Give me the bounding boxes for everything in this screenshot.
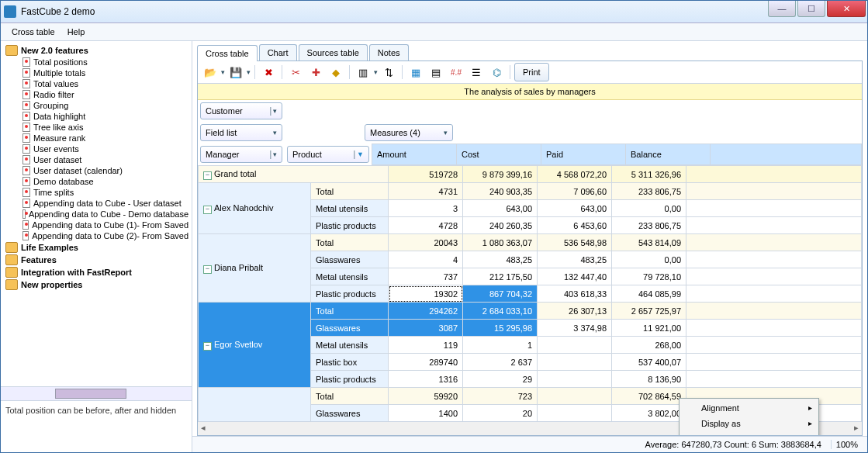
maximize-button[interactable]: ☐ xyxy=(797,1,825,17)
cell[interactable]: 537 400,07 xyxy=(612,354,686,371)
data-grid[interactable]: −Grand total5197289 879 399,164 568 072,… xyxy=(198,165,862,421)
tree-item[interactable]: Radio filter xyxy=(1,89,192,100)
print-button[interactable]: Print xyxy=(514,63,549,81)
cell[interactable]: 212 175,50 xyxy=(463,268,538,285)
tree-icon[interactable]: ⌬ xyxy=(487,63,506,81)
cell[interactable]: 0,00 xyxy=(612,200,686,217)
cell[interactable]: 20043 xyxy=(389,234,463,251)
cell[interactable]: 0,00 xyxy=(612,251,686,268)
total-label[interactable]: Total xyxy=(311,183,389,200)
tab-cross-table[interactable]: Cross table xyxy=(197,45,258,61)
cell[interactable]: 29 xyxy=(463,371,538,388)
cell[interactable] xyxy=(538,405,612,422)
cell[interactable]: 867 704,32 xyxy=(463,285,538,303)
cell[interactable]: 3 374,98 xyxy=(538,320,612,337)
tree-group-features[interactable]: Features xyxy=(1,254,192,266)
product-cell[interactable]: Plastic products xyxy=(311,217,389,234)
tree-item[interactable]: Demo database xyxy=(1,176,192,187)
manager-cell[interactable]: −Egor Svetlov xyxy=(199,303,311,388)
cell[interactable]: 483,25 xyxy=(463,251,538,268)
cell[interactable]: 26 307,13 xyxy=(538,303,612,320)
tree-item[interactable]: Appending data to Cube - User dataset xyxy=(1,198,192,209)
tree-item[interactable]: User dataset (calendar) xyxy=(1,165,192,176)
field-list-button[interactable]: Field list▾ xyxy=(200,124,282,141)
cell[interactable]: 643,00 xyxy=(538,200,612,217)
cell[interactable]: 268,00 xyxy=(612,337,686,354)
measure-header-amount[interactable]: Amount xyxy=(372,144,457,165)
product-cell[interactable]: Plastic box xyxy=(311,354,389,371)
row-icon[interactable]: ☰ xyxy=(467,63,486,81)
open-icon[interactable]: 📂 xyxy=(201,63,220,81)
cell[interactable]: 6 453,60 xyxy=(538,217,612,234)
measure-header-paid[interactable]: Paid xyxy=(541,144,626,165)
cell[interactable]: 240 260,35 xyxy=(463,217,538,234)
menu-help[interactable]: Help xyxy=(61,25,92,39)
manager-cell[interactable]: −Evgenia Besprinzipnaya xyxy=(199,388,311,422)
cell[interactable]: 737 xyxy=(389,268,463,285)
cell[interactable]: 4 568 072,20 xyxy=(538,166,612,183)
tree-item[interactable]: Appending data to Cube - Demo database xyxy=(1,209,192,220)
tree-group-new-features[interactable]: New 2.0 features xyxy=(1,44,192,57)
product-cell[interactable]: Glasswares xyxy=(311,251,389,268)
cell[interactable]: 7 096,60 xyxy=(538,183,612,200)
cell[interactable]: 4728 xyxy=(389,217,463,234)
cell[interactable]: 643,00 xyxy=(463,200,538,217)
tab-notes[interactable]: Notes xyxy=(369,44,409,61)
cell[interactable]: 1 080 363,07 xyxy=(463,234,538,251)
grand-total-label[interactable]: −Grand total xyxy=(199,166,389,183)
product-cell[interactable]: Metal utensils xyxy=(311,200,389,217)
cell[interactable]: 536 548,98 xyxy=(538,234,612,251)
cell[interactable]: 289740 xyxy=(389,354,463,371)
cell[interactable]: 233 806,75 xyxy=(612,183,686,200)
product-cell[interactable]: Glasswares xyxy=(311,405,389,422)
cell[interactable]: 19302 xyxy=(389,285,463,303)
columns-icon[interactable]: ▥ xyxy=(354,63,372,81)
cell[interactable]: 519728 xyxy=(389,166,463,183)
tree-item[interactable]: Total positions xyxy=(1,57,192,67)
delete-icon[interactable]: ✖ xyxy=(259,63,278,81)
tree-view[interactable]: New 2.0 features Total positionsMultiple… xyxy=(1,41,192,386)
cell[interactable]: 294262 xyxy=(389,303,463,320)
row-field-product[interactable]: Product│▼ xyxy=(287,146,369,163)
tree-item[interactable]: Appending data to Cube (1)- From Saved xyxy=(1,220,192,230)
cell[interactable]: 8 136,90 xyxy=(612,371,686,388)
measure-header-balance[interactable]: Balance xyxy=(626,144,711,165)
tree-item[interactable]: Appending data to Cube (2)- From Saved xyxy=(1,230,192,241)
tree-item[interactable]: Tree like axis xyxy=(1,122,192,133)
product-cell[interactable]: Metal utensils xyxy=(311,337,389,354)
cell[interactable]: 3087 xyxy=(389,320,463,337)
product-cell[interactable]: Plastic products xyxy=(311,285,389,303)
tree-item[interactable]: Multiple totals xyxy=(1,67,192,78)
cell[interactable]: 543 814,09 xyxy=(612,234,686,251)
save-icon[interactable]: 💾 xyxy=(227,63,245,81)
cell[interactable]: 132 447,40 xyxy=(538,268,612,285)
cell[interactable] xyxy=(538,371,612,388)
cell[interactable]: 2 684 033,10 xyxy=(463,303,538,320)
cell[interactable] xyxy=(538,388,612,405)
cell[interactable]: 702 864,59 xyxy=(612,388,686,405)
cell[interactable]: 59920 xyxy=(389,388,463,405)
cell[interactable]: 5 311 326,96 xyxy=(612,166,686,183)
ctx-display-as[interactable]: Display as▸ xyxy=(681,416,817,431)
cell[interactable]: 233 806,75 xyxy=(612,217,686,234)
cell[interactable]: 9 879 399,16 xyxy=(463,166,538,183)
manager-cell[interactable]: −Diana Pribalt xyxy=(199,234,311,303)
tree-item[interactable]: User events xyxy=(1,144,192,154)
scrollbar-thumb[interactable] xyxy=(55,389,126,399)
tree-item[interactable]: Time splits xyxy=(1,187,192,198)
cell[interactable]: 20 xyxy=(463,405,538,422)
sort-icon[interactable]: ⇅ xyxy=(379,63,398,81)
highlight-icon[interactable]: ▤ xyxy=(427,63,445,81)
context-menu[interactable]: Alignment▸ Display as▸ Select▸ Copy Sort… xyxy=(679,398,819,435)
cell[interactable]: 2 637 xyxy=(463,354,538,371)
table-icon[interactable]: ▦ xyxy=(406,63,425,81)
cell[interactable]: 1316 xyxy=(389,371,463,388)
total-label[interactable]: Total xyxy=(311,388,389,405)
product-cell[interactable]: Metal utensils xyxy=(311,268,389,285)
tree-item[interactable]: Grouping xyxy=(1,100,192,111)
measures-dropdown[interactable]: Measures (4)▾ xyxy=(365,124,453,141)
cell[interactable]: 1400 xyxy=(389,405,463,422)
close-button[interactable]: ✕ xyxy=(827,1,866,17)
cell[interactable]: 3 xyxy=(389,200,463,217)
page-field-customer[interactable]: Customer│▾ xyxy=(200,102,282,119)
